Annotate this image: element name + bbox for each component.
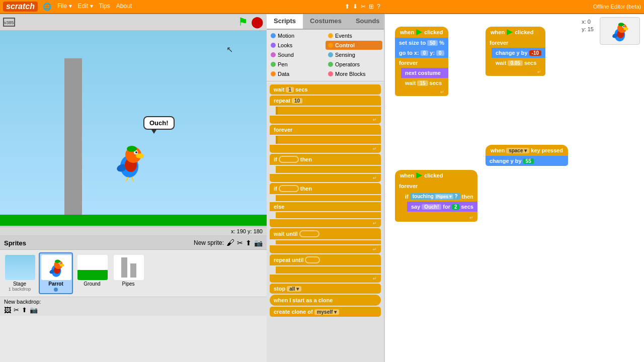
tab-sounds[interactable]: Sounds	[349, 14, 387, 29]
cat-pen[interactable]: Pen	[268, 60, 325, 69]
main-layout: v385 ⚑ ⬤	[0, 14, 644, 362]
block-wait-until[interactable]: wait until	[270, 228, 381, 239]
help-icon[interactable]: ?	[377, 3, 380, 10]
svg-point-22	[623, 27, 628, 30]
script-group-3: when space ▾ key pressed change y by 55	[486, 145, 568, 166]
hat-space-pressed[interactable]: when space ▾ key pressed	[486, 145, 568, 156]
svg-point-4	[136, 153, 144, 158]
block-forever-1[interactable]: forever	[395, 58, 448, 68]
svg-point-16	[59, 263, 60, 264]
sprite-pipes-label: Pipes	[114, 281, 143, 287]
block-categories: Motion Events Looks Control Sound Sensin…	[267, 30, 384, 80]
scissors-sprite-button[interactable]: ✂	[237, 239, 243, 247]
block-change-y-2[interactable]: change y by 55	[486, 156, 568, 166]
svg-point-7	[127, 146, 137, 152]
editor-tabs: Scripts Costumes Sounds	[267, 14, 384, 30]
block-if[interactable]: if then	[270, 154, 381, 165]
sprite-item-ground[interactable]: Ground	[75, 252, 109, 294]
mouse-cursor: ↖	[226, 45, 233, 54]
camera-sprite-button[interactable]: 📷	[254, 239, 263, 247]
sprite-item-stage[interactable]: Stage 1 backdrop	[3, 252, 37, 294]
upload-backdrop-button[interactable]: ⬆	[22, 306, 27, 314]
block-create-clone[interactable]: create clone of myself ▾	[270, 307, 381, 317]
cat-more-blocks[interactable]: More Blocks	[326, 69, 382, 78]
sprite-viewer	[600, 17, 640, 45]
paint-backdrop-button[interactable]: 🖼	[4, 306, 11, 314]
sprite-parrot-label: Parrot	[41, 281, 70, 287]
cat-sound[interactable]: Sound	[268, 50, 325, 59]
block-wait[interactable]: wait 1 secs	[270, 84, 381, 95]
sprite-item-parrot[interactable]: Parrot	[39, 252, 73, 294]
topbar: scratch 🌐 File ▾ Edit ▾ Tips About ⬆ ⬇ ✂…	[0, 0, 644, 14]
file-menu[interactable]: File ▾	[57, 3, 72, 11]
hat-when-clicked-2[interactable]: when clicked	[486, 27, 545, 38]
green-flag-button[interactable]: ⚑	[238, 16, 248, 29]
tab-costumes[interactable]: Costumes	[303, 14, 349, 29]
copy-icon[interactable]: ⬆	[345, 3, 350, 10]
edit-backdrop-button[interactable]: ✂	[14, 306, 19, 314]
cat-events[interactable]: Events	[326, 31, 382, 40]
sprite-item-pipes[interactable]: Pipes	[111, 252, 145, 294]
edit-menu[interactable]: Edit ▾	[78, 3, 93, 11]
block-wait-005[interactable]: wait 0.05 secs	[492, 58, 545, 68]
ground-sprite	[0, 215, 267, 226]
svg-point-25	[618, 23, 624, 26]
block-set-size[interactable]: set size to 50 %	[395, 38, 448, 48]
stage-expand-button[interactable]: v385	[3, 18, 15, 27]
scissors-icon[interactable]: ✂	[361, 3, 366, 10]
svg-point-14	[60, 264, 64, 266]
duplicate-icon[interactable]: ⊞	[369, 3, 374, 10]
sprites-panel: Sprites New sprite: 🖌 ✂ ⬆ 📷 Stage 1 back…	[0, 235, 267, 362]
upload-sprite-button[interactable]: ⬆	[246, 239, 252, 247]
svg-line-9	[132, 177, 133, 182]
block-forever-3[interactable]: forever	[395, 181, 477, 191]
block-wait-015[interactable]: wait 15 secs	[401, 78, 448, 88]
block-go-to[interactable]: go to x: 0 y: 0	[395, 48, 448, 58]
version-label: v385	[4, 20, 14, 25]
camera-backdrop-button[interactable]: 📷	[30, 306, 38, 314]
globe-icon[interactable]: 🌐	[43, 3, 51, 11]
block-stop[interactable]: stop all ▾	[270, 284, 381, 294]
hat-when-clicked-3[interactable]: when clicked	[395, 170, 477, 181]
cat-motion[interactable]: Motion	[268, 31, 325, 40]
paint-sprite-button[interactable]: 🖌	[226, 238, 234, 247]
block-clone-start[interactable]: when I start as a clone	[270, 295, 381, 306]
svg-line-8	[126, 177, 128, 182]
new-sprite-label: New sprite:	[194, 239, 224, 246]
sprite-ground-label: Ground	[77, 281, 107, 287]
speech-bubble: Ouch!	[143, 116, 175, 130]
tab-scripts[interactable]: Scripts	[267, 14, 303, 29]
block-if-touching[interactable]: if touching Pipes ▾ ? then	[401, 191, 477, 202]
blocks-panel: Scripts Costumes Sounds Motion Events Lo…	[267, 14, 385, 362]
block-next-costume[interactable]: next costume	[401, 68, 448, 78]
about-menu[interactable]: About	[116, 3, 132, 11]
scratch-logo: scratch	[3, 2, 38, 12]
upload-icon[interactable]: ⬇	[353, 3, 358, 10]
cat-sensing[interactable]: Sensing	[326, 50, 382, 59]
block-if-else[interactable]: if then	[270, 183, 381, 194]
block-repeat-until[interactable]: repeat until	[270, 254, 381, 265]
menu-bar: 🌐 File ▾ Edit ▾ Tips About	[43, 3, 132, 11]
cat-operators[interactable]: Operators	[326, 60, 382, 69]
block-forever-2[interactable]: forever	[486, 38, 545, 48]
new-backdrop-section: New backdrop: 🖼 ✂ ⬆ 📷	[0, 297, 267, 316]
cat-data[interactable]: Data	[268, 69, 325, 78]
sprites-title: Sprites	[4, 239, 26, 247]
block-repeat[interactable]: repeat 10	[270, 96, 381, 106]
svg-point-6	[135, 151, 137, 153]
block-forever[interactable]: forever	[270, 125, 381, 135]
script-group-2: when clicked forever change y by -10 wai…	[486, 27, 545, 76]
xy-display: x: 0 y: 15	[582, 18, 594, 34]
hat-when-clicked-1[interactable]: when clicked	[395, 27, 448, 38]
stop-button[interactable]: ⬤	[251, 16, 264, 29]
left-panel: v385 ⚑ ⬤	[0, 14, 267, 362]
svg-point-17	[55, 260, 60, 263]
block-change-y-1[interactable]: change y by -10	[492, 48, 545, 58]
cat-looks[interactable]: Looks	[268, 41, 325, 50]
block-say-ouch[interactable]: say Ouch! for 2 secs	[407, 202, 477, 212]
toolbar-icons: ⬆ ⬇ ✂ ⊞ ?	[345, 3, 380, 10]
sprite-stage-label: Stage	[5, 281, 34, 287]
cat-control[interactable]: Control	[326, 41, 382, 50]
tips-menu[interactable]: Tips	[99, 3, 110, 11]
stage-area: Ouch! ↖	[0, 31, 267, 227]
